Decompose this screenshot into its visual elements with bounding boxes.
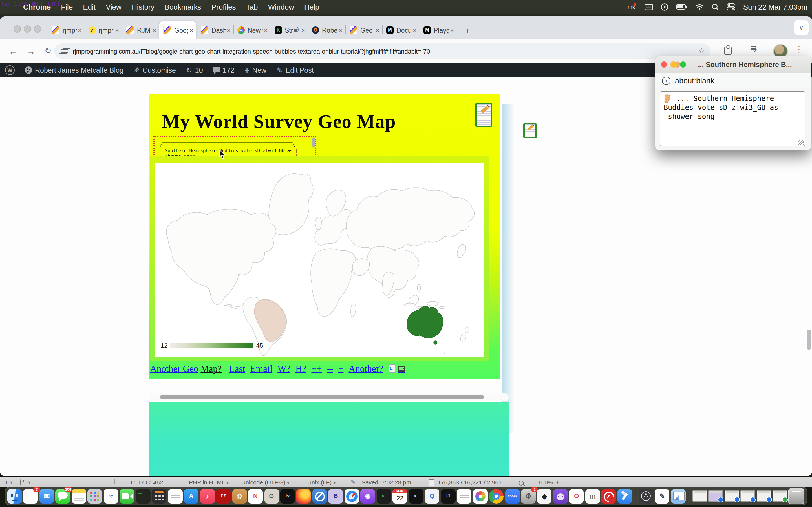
tab-playground[interactable]: MPlaygr× [419,21,457,40]
dock-stickies-notes[interactable]: ✎ [655,489,669,503]
dock-pages-doc[interactable] [457,489,471,503]
wp-logo-menu[interactable]: W [0,63,20,77]
media-controls-icon[interactable]: ♪ [753,45,757,54]
zoom-out-button[interactable]: – [531,479,535,486]
dock-quicktime[interactable]: Q [424,489,439,503]
close-tab-icon[interactable]: × [264,26,268,34]
link-another[interactable]: Another? [349,363,383,374]
tab-dashboard[interactable]: Dashbo× [196,21,234,40]
tab-audio-icon[interactable] [294,27,300,33]
world-geo-map[interactable]: 12 45 [155,163,484,356]
dock-window-finder-3[interactable] [756,490,771,502]
tab-stream[interactable]: KStre× [271,21,308,40]
new-tab-button[interactable]: + [461,24,474,37]
link-last[interactable]: Last [229,363,245,374]
dock-pixel-art-app[interactable] [473,489,488,503]
menu-history[interactable]: History [126,3,160,11]
dock-firefox[interactable] [296,489,311,503]
bookmark-star-icon[interactable]: ☆ [698,47,705,55]
dock-mail[interactable]: ✉ [40,489,54,503]
close-tab-icon[interactable]: × [227,26,231,34]
dock-chrome[interactable] [489,489,504,503]
tab-rjm-pr[interactable]: RJM Pr× [122,21,159,40]
dock-window-document[interactable] [692,490,707,502]
dock-reminders[interactable]: ≡3 [23,489,38,503]
chrome-menu-icon[interactable]: ⋮ [795,45,803,54]
wp-comments[interactable]: 172 [208,63,240,77]
spotlight-icon[interactable] [712,3,719,10]
dock-news[interactable]: N [248,489,263,503]
tab-rjmprogramming-1[interactable]: rjmprog× [47,21,85,40]
dock-dark-utility[interactable] [136,489,151,503]
wp-new[interactable]: +New [239,63,271,77]
tab-search-chevron-button[interactable]: ∨ [794,20,809,36]
history-clock-icon[interactable] [20,479,21,486]
link-plusplus[interactable]: ++ [312,363,322,374]
magnifier-icon[interactable] [519,480,524,487]
dock-zoom[interactable]: zoom [505,489,520,503]
keyboard-icon[interactable] [645,4,653,10]
add-scope-button[interactable]: + [4,478,8,486]
dock-window-finder-1[interactable] [724,490,739,502]
dock-trash[interactable] [789,488,804,504]
menu-bookmarks[interactable]: Bookmarks [160,3,206,11]
dock-calculator[interactable] [152,489,166,503]
dock-window-chrome[interactable] [772,490,787,502]
menu-profiles[interactable]: Profiles [206,3,241,11]
reload-button[interactable]: ↻ [42,45,54,57]
dock-window-finder-2[interactable] [741,490,755,502]
link-map[interactable]: Map? [200,363,221,374]
dock-accessibility[interactable] [639,489,654,503]
tab-robert[interactable]: ORobert× [308,21,345,40]
dock-textedit[interactable] [168,489,183,503]
wp-edit-post[interactable]: ✎Edit Post [271,63,319,77]
dock-cat-app[interactable] [553,489,568,503]
forward-button[interactable]: → [25,45,37,57]
line-ending-selector[interactable]: Unix (LF) ▾ [307,479,336,486]
page-scrollbar-thumb[interactable] [807,330,811,350]
link-another-geo[interactable]: Another Geo [150,363,198,374]
close-tab-icon[interactable]: × [450,26,454,34]
close-tab-icon[interactable]: × [152,26,156,34]
close-tab-icon[interactable]: × [413,26,417,34]
dock-blocked-app[interactable] [312,489,327,503]
tab-geo-map[interactable]: Geo Ma× [345,21,382,40]
popup-minimize-button[interactable] [670,61,677,68]
minimize-window-button[interactable] [24,25,31,33]
dock-app-store[interactable]: A [184,489,199,503]
line-column-indicator[interactable]: L: 17 C: 462 [131,479,163,486]
close-tab-icon[interactable]: × [78,26,82,34]
dock-gauge-app[interactable] [601,489,616,503]
popup-textarea[interactable]: ... Southern Hemisphere Buddies vote sD-… [660,91,805,147]
wp-customise[interactable]: ✎Customise [129,63,181,77]
wp-updates[interactable]: ↻10 [181,63,208,77]
link-plus[interactable]: + [338,363,344,374]
dock-contacts[interactable]: @ [232,489,247,503]
url-text[interactable]: rjmprogramming.com.au/ITblog/google-char… [73,48,693,54]
dock-finder[interactable] [7,489,22,503]
dock-terminal[interactable]: >_ [409,489,423,503]
tv-icon[interactable] [397,365,405,373]
site-settings-icon[interactable] [61,48,68,54]
dock-mamp[interactable]: m [585,489,600,503]
zoom-in-button[interactable]: + [556,479,559,486]
popup-url-text[interactable]: about:blank [675,76,714,85]
close-tab-icon[interactable]: × [375,26,379,34]
tab-rjmprogramming-2[interactable]: rjmprog× [85,21,122,40]
dock-messages[interactable]: 206 [56,489,70,503]
textarea-resize-grip[interactable] [799,140,804,145]
menu-view[interactable]: View [101,3,126,11]
dock-terminal-alt[interactable]: >_ [377,489,391,503]
dock-music[interactable]: ♪ [200,489,214,503]
battery-icon[interactable] [676,4,688,10]
dock-freeform[interactable]: ≈ [104,489,118,503]
menu-edit[interactable]: Edit [78,3,101,11]
dock-podcasts[interactable]: ◉ [361,489,375,503]
dock-gimp[interactable]: G [264,489,279,503]
menu-window[interactable]: Window [263,3,299,11]
dock-facetime[interactable] [120,489,135,503]
page-icon[interactable] [388,364,395,373]
control-center-icon[interactable] [727,3,735,10]
dock-inkscape[interactable]: ◆ [537,489,552,503]
close-window-button[interactable] [13,25,21,33]
